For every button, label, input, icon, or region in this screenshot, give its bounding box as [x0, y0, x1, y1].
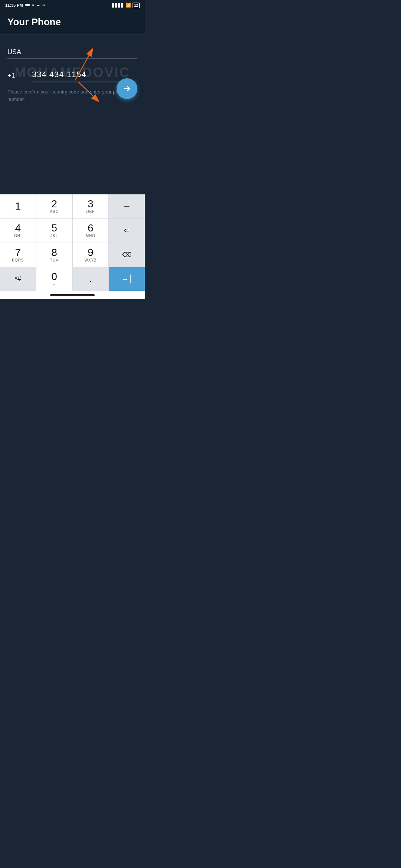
- key-next-blue[interactable]: →⎮: [109, 267, 145, 291]
- download-icon: ⬇: [32, 3, 35, 7]
- status-right: ▋▋▋▋ 📶 12: [112, 3, 140, 8]
- page-title: Your Phone: [7, 16, 137, 28]
- key-backspace[interactable]: ⌫: [109, 243, 145, 267]
- key-8[interactable]: 8 TUV: [36, 243, 72, 267]
- key-star-hash[interactable]: *#: [0, 267, 36, 291]
- country-field-group: [7, 46, 137, 59]
- status-left: 11:35 PM ⌨ ⬇ ☁ •••: [5, 3, 45, 7]
- home-bar: [0, 291, 145, 299]
- key-6[interactable]: 6 MNO: [73, 218, 109, 242]
- time-display: 11:35 PM: [5, 3, 23, 7]
- next-fab-button[interactable]: [117, 78, 137, 99]
- wifi-icon: 📶: [125, 3, 131, 8]
- key-2[interactable]: 2 ABC: [36, 194, 72, 218]
- key-return[interactable]: ⏎: [109, 218, 145, 242]
- keyboard-icon: ⌨: [25, 3, 30, 7]
- key-0[interactable]: 0 +: [36, 267, 72, 291]
- key-9[interactable]: 9 WXYZ: [73, 243, 109, 267]
- more-icon: •••: [42, 3, 45, 7]
- status-bar: 11:35 PM ⌨ ⬇ ☁ ••• ▋▋▋▋ 📶 12: [0, 0, 145, 10]
- cloud-icon: ☁: [36, 3, 40, 7]
- form-area: +1 Please confirm your country code and …: [0, 35, 145, 110]
- country-input[interactable]: [7, 46, 137, 59]
- country-code-display[interactable]: +1: [7, 70, 26, 82]
- phone-row: +1: [7, 68, 137, 82]
- content-area: +1 Please confirm your country code and …: [0, 35, 145, 194]
- key-4[interactable]: 4 GHI: [0, 218, 36, 242]
- battery-icon: 12: [133, 3, 140, 8]
- key-dash[interactable]: −: [109, 194, 145, 218]
- signal-icon: ▋▋▋▋: [112, 3, 124, 7]
- key-dot[interactable]: .: [73, 267, 109, 291]
- arrow-right-icon: [123, 84, 131, 93]
- numeric-keypad: 1 2 ABC 3 DEF − 4 GHI 5 JKL 6 MNO ⏎ 7 PQ…: [0, 194, 145, 291]
- title-bar: Your Phone: [0, 10, 145, 35]
- key-1[interactable]: 1: [0, 194, 36, 218]
- key-5[interactable]: 5 JKL: [36, 218, 72, 242]
- key-3[interactable]: 3 DEF: [73, 194, 109, 218]
- key-7[interactable]: 7 PQRS: [0, 243, 36, 267]
- home-indicator: [50, 294, 95, 296]
